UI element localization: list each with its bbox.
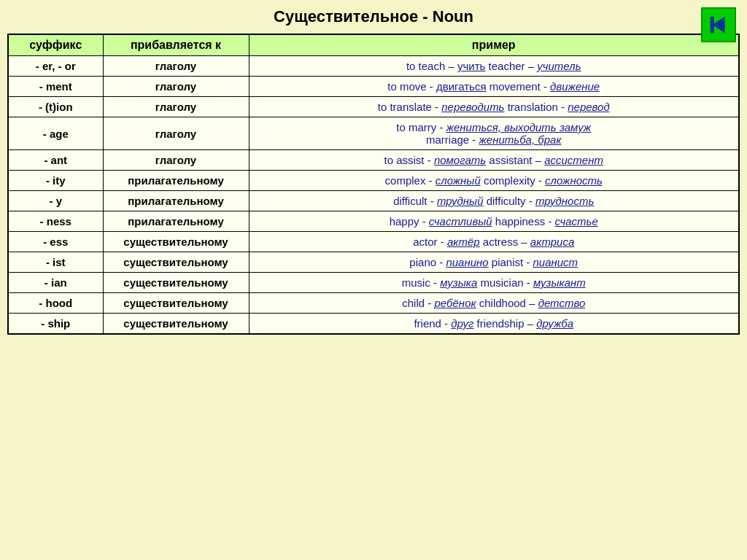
cell-example: complex - сложный complexity - сложность [249, 171, 739, 191]
cell-suffix: - age [8, 117, 103, 150]
table-row: - er, - orглаголуto teach – учить teache… [8, 56, 739, 77]
cell-suffix: - ist [8, 252, 103, 273]
cell-example: to teach – учить teacher – учитель [249, 56, 739, 77]
cell-adds-to: прилагательному [103, 191, 249, 211]
cell-adds-to: глаголу [103, 150, 249, 171]
cell-suffix: - hood [8, 293, 103, 314]
cell-example: piano - пианино pianist - пианист [249, 252, 739, 273]
cell-adds-to: прилагательному [103, 211, 249, 232]
cell-adds-to: глаголу [103, 117, 249, 150]
cell-suffix: - ship [8, 314, 103, 335]
cell-adds-to: существительному [103, 252, 249, 273]
cell-suffix: - er, - or [8, 56, 103, 77]
cell-adds-to: глаголу [103, 56, 249, 77]
table-row: - mentглаголуto move - двигаться movemen… [8, 77, 739, 97]
table-row: - yприлагательномуdifficult - трудный di… [8, 191, 739, 211]
cell-example: to move - двигаться movement - движение [249, 77, 739, 97]
cell-example: to marry - жениться, выходить замужmarri… [249, 117, 739, 150]
cell-example: to assist - помогать assistant – ассисте… [249, 150, 739, 171]
cell-adds-to: прилагательному [103, 171, 249, 191]
cell-example: difficult - трудный difficulty - труднос… [249, 191, 739, 211]
cell-adds-to: глаголу [103, 77, 249, 97]
table-row: - antглаголуto assist - помогать assista… [8, 150, 739, 171]
table-row: - ityприлагательномуcomplex - сложный co… [8, 171, 739, 191]
page-title: Существительное - Noun [7, 7, 740, 26]
table-row: - hoodсуществительномуchild - ребёнок ch… [8, 293, 739, 314]
cell-adds-to: существительному [103, 314, 249, 335]
svg-rect-1 [711, 17, 714, 34]
header-suffix: суффикс [8, 34, 103, 56]
page-wrapper: Существительное - Noun суффикс прибавляе… [7, 7, 740, 553]
table-row: - istсуществительномуpiano - пианино pia… [8, 252, 739, 273]
cell-example: music - музыка musician - музыкант [249, 273, 739, 293]
cell-example: friend - друг friendship – дружба [249, 314, 739, 335]
cell-example: child - ребёнок childhood – детство [249, 293, 739, 314]
cell-example: to translate - переводить translation - … [249, 97, 739, 117]
cell-adds-to: существительному [103, 232, 249, 252]
cell-adds-to: существительному [103, 293, 249, 314]
cell-example: actor - актёр actress – актриса [249, 232, 739, 252]
cell-suffix: - ant [8, 150, 103, 171]
back-button[interactable] [701, 7, 736, 42]
svg-marker-0 [712, 17, 725, 34]
table-header-row: суффикс прибавляется к пример [8, 34, 739, 56]
table-row: - ageглаголуto marry - жениться, выходит… [8, 117, 739, 150]
table-row: - essсуществительномуactor - актёр actre… [8, 232, 739, 252]
table-row: - shipсуществительномуfriend - друг frie… [8, 314, 739, 335]
cell-suffix: - (t)ion [8, 97, 103, 117]
noun-suffixes-table: суффикс прибавляется к пример - er, - or… [7, 34, 740, 335]
table-row: - ianсуществительномуmusic - музыка musi… [8, 273, 739, 293]
cell-suffix: - y [8, 191, 103, 211]
table-row: - nessприлагательномуhappy - счастливый … [8, 211, 739, 232]
cell-suffix: - ian [8, 273, 103, 293]
cell-adds-to: существительному [103, 273, 249, 293]
cell-adds-to: глаголу [103, 97, 249, 117]
cell-suffix: - ment [8, 77, 103, 97]
cell-suffix: - ness [8, 211, 103, 232]
header-example: пример [249, 34, 739, 56]
cell-suffix: - ity [8, 171, 103, 191]
cell-suffix: - ess [8, 232, 103, 252]
table-row: - (t)ionглаголуto translate - переводить… [8, 97, 739, 117]
back-icon [708, 14, 729, 36]
cell-example: happy - счастливый happiness - счастье [249, 211, 739, 232]
header-adds-to: прибавляется к [103, 34, 249, 56]
